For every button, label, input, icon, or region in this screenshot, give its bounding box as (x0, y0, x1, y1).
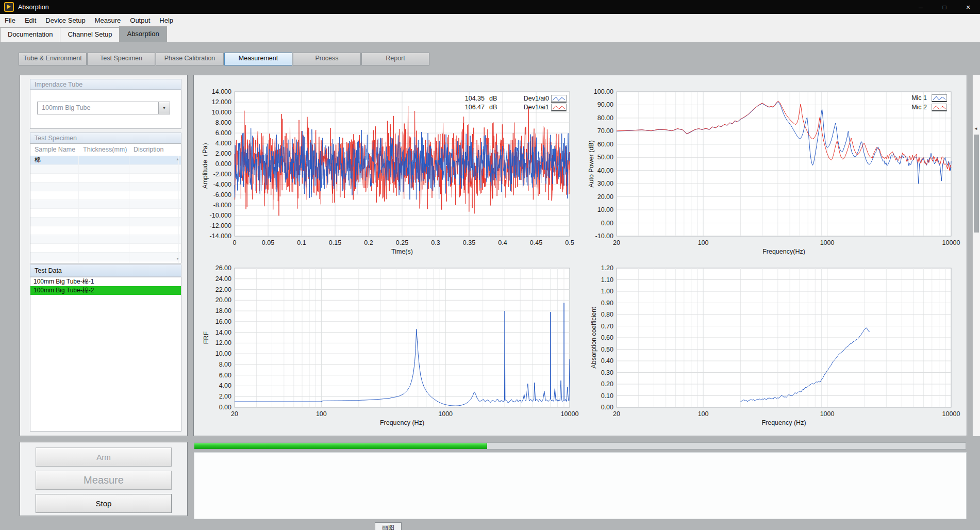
svg-text:12.000: 12.000 (212, 98, 231, 106)
menu-item-measure[interactable]: Measure (90, 14, 126, 27)
menu-item-output[interactable]: Output (125, 14, 155, 27)
impedance-tube-value: 100mm Big Tube (38, 102, 158, 114)
table-cell (79, 183, 129, 191)
subtab-test-specimen[interactable]: Test Specimen (87, 53, 155, 65)
table-cell (129, 183, 179, 191)
svg-text:18.00: 18.00 (215, 307, 231, 314)
svg-text:0.60: 0.60 (601, 334, 613, 341)
impedance-tube-section: Impendace Tube 100mm Big Tube ▼ (30, 79, 181, 90)
svg-text:10000: 10000 (942, 410, 960, 418)
main-tab-bar: DocumentationChannel SetupAbsorption (0, 27, 980, 42)
table-row[interactable] (30, 235, 181, 244)
close-button[interactable]: × (956, 0, 980, 14)
svg-text:0.5: 0.5 (565, 239, 574, 246)
scroll-up-icon[interactable]: ▲ (176, 157, 179, 161)
svg-text:1000: 1000 (820, 410, 835, 418)
table-row[interactable] (30, 165, 181, 174)
tab-documentation[interactable]: Documentation (0, 27, 60, 42)
subtab-measurement[interactable]: Measurement (224, 53, 292, 65)
table-row[interactable] (30, 244, 181, 253)
subtab-process[interactable]: Process (293, 53, 361, 65)
table-cell (129, 218, 179, 226)
specimen-body: 棉 (30, 156, 181, 263)
subtab-phase-calibration[interactable]: Phase Calibration (156, 53, 224, 65)
list-item[interactable]: 100mm Big Tube-棉-2 (30, 286, 181, 295)
menu-bar: FileEditDevice SetupMeasureOutputHelp (0, 14, 980, 27)
svg-text:0.1: 0.1 (297, 239, 306, 246)
table-row[interactable] (30, 200, 181, 209)
impedance-tube-dropdown[interactable]: 100mm Big Tube ▼ (37, 102, 170, 114)
test-specimen-header: Test Specimen (30, 132, 181, 143)
table-cell (129, 200, 179, 208)
legend-label: Mic 2 (895, 103, 927, 111)
test-data-section: Test Data 100mm Big Tube-棉-1100mm Big Tu… (30, 264, 181, 277)
dropdown-arrow-icon[interactable]: ▼ (158, 102, 170, 114)
table-row[interactable] (30, 253, 181, 261)
table-row[interactable] (30, 191, 181, 200)
svg-text:14.000: 14.000 (212, 88, 231, 95)
table-row[interactable] (30, 218, 181, 226)
table-row[interactable] (30, 261, 181, 263)
svg-text:-10.00: -10.00 (595, 233, 613, 240)
svg-text:12.00: 12.00 (215, 339, 231, 346)
svg-text:10000: 10000 (942, 239, 960, 246)
legend-line-icon (932, 94, 947, 102)
svg-text:-12.000: -12.000 (210, 222, 231, 229)
table-cell (79, 156, 129, 164)
scroll-down-icon[interactable]: ▼ (176, 257, 179, 261)
table-cell (129, 209, 179, 217)
maximize-button[interactable]: □ (933, 0, 956, 14)
tab-absorption[interactable]: Absorption (119, 26, 167, 42)
test-data-list[interactable]: 100mm Big Tube-棉-1100mm Big Tube-棉-2 (30, 277, 181, 432)
svg-text:100: 100 (316, 410, 327, 418)
legend-entry: 104.35dBDev1/ai0 (235, 94, 570, 103)
tab-channel-setup[interactable]: Channel Setup (60, 27, 120, 42)
pane-collapse-icon[interactable]: ◄ (974, 126, 978, 131)
table-cell (129, 261, 179, 263)
svg-text:80.00: 80.00 (597, 114, 613, 122)
minimize-button[interactable]: – (909, 0, 933, 14)
svg-text:-2.000: -2.000 (213, 171, 231, 178)
frf-plot: 0.002.004.006.008.0010.0012.0014.0016.00… (193, 255, 580, 436)
svg-text:FRF: FRF (203, 331, 210, 344)
measurement-progress-bar (194, 442, 966, 450)
legend-label: Mic 1 (895, 94, 927, 102)
table-row[interactable] (30, 226, 181, 235)
menu-item-help[interactable]: Help (155, 14, 178, 27)
legend-label: dB (489, 94, 505, 103)
stop-button[interactable]: Stop (36, 494, 172, 513)
frf-chart: 0.002.004.006.008.0010.0012.0014.0016.00… (193, 255, 580, 436)
table-row[interactable] (30, 174, 181, 183)
subtab-tube-environment[interactable]: Tube & Environment (19, 53, 87, 65)
legend-entry: Mic 2 (617, 103, 951, 112)
svg-text:0.3: 0.3 (431, 239, 440, 246)
test-specimen-section: Test Specimen Sample NameThickness(mm)Di… (30, 132, 181, 143)
svg-text:0.4: 0.4 (498, 239, 507, 246)
table-row[interactable] (30, 183, 181, 191)
subtab-report[interactable]: Report (361, 53, 429, 65)
svg-text:-6.000: -6.000 (213, 191, 231, 198)
test-specimen-table[interactable]: Sample NameThickness(mm)Discription 棉 ▲ … (30, 143, 181, 263)
impedance-tube-body: 100mm Big Tube ▼ (30, 90, 181, 129)
svg-text:0.20: 0.20 (601, 380, 613, 388)
svg-text:22.00: 22.00 (215, 286, 231, 293)
table-cell (30, 165, 79, 173)
table-cell (129, 226, 179, 235)
table-cell (79, 253, 129, 261)
svg-text:0.000: 0.000 (215, 160, 231, 168)
menu-item-edit[interactable]: Edit (20, 14, 41, 27)
svg-text:0.35: 0.35 (463, 239, 475, 246)
table-cell (30, 253, 79, 261)
arm-button[interactable]: Arm (36, 448, 172, 467)
measure-button[interactable]: Measure (36, 471, 172, 490)
menu-item-file[interactable]: File (0, 14, 20, 27)
table-cell: 棉 (30, 156, 79, 164)
menu-item-device-setup[interactable]: Device Setup (41, 14, 90, 27)
legend-entry: Mic 1 (617, 94, 951, 103)
list-item[interactable]: 100mm Big Tube-棉-1 (30, 277, 181, 286)
table-cell (30, 261, 79, 263)
table-row[interactable] (30, 209, 181, 218)
bottom-tab-plot[interactable]: 画图 (375, 522, 402, 530)
table-row[interactable]: 棉 (30, 156, 181, 165)
scrollbar-thumb[interactable] (974, 135, 979, 233)
